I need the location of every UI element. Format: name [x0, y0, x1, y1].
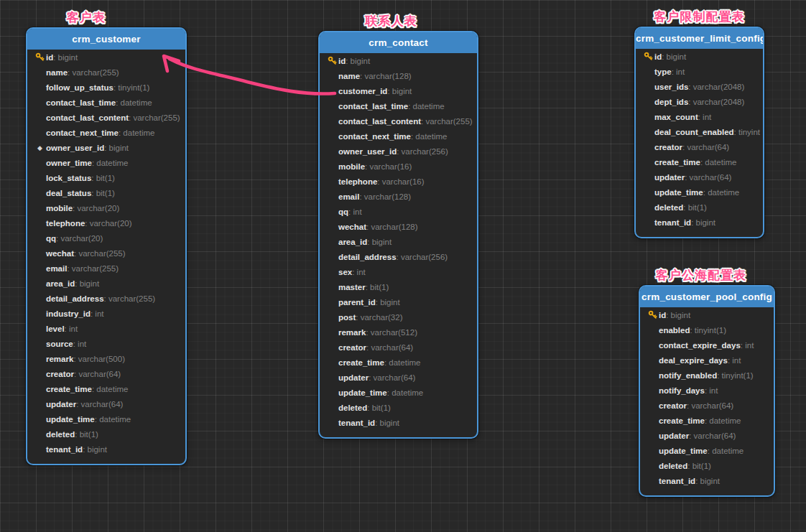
field-row-creator[interactable]: creator: varchar(64) [27, 366, 185, 381]
field-row-sex[interactable]: sex: int [320, 264, 477, 279]
field-row-contact_next_time[interactable]: contact_next_time: datetime [320, 129, 477, 144]
field-row-updater[interactable]: updater: varchar(64) [320, 370, 477, 385]
field-row-owner_time[interactable]: owner_time: datetime [27, 155, 185, 170]
table-annotation-label[interactable]: 联系人表 [312, 13, 470, 29]
field-icon-empty [34, 399, 46, 409]
field-row-area_id[interactable]: area_id: bigint [27, 276, 185, 291]
field-row-name[interactable]: name: varchar(255) [27, 65, 185, 80]
field-name: deal_expire_days [659, 356, 728, 365]
field-row-contact_expire_days[interactable]: contact_expire_days: int [640, 337, 774, 353]
field-row-updater[interactable]: updater: varchar(64) [27, 396, 185, 411]
field-row-follow_up_status[interactable]: follow_up_status: tinyint(1) [27, 80, 185, 95]
field-row-updater[interactable]: updater: varchar(64) [636, 169, 763, 185]
field-row-deleted[interactable]: deleted: bit(1) [27, 426, 185, 442]
table-title[interactable]: crm_customer [27, 29, 185, 50]
field-row-enabled[interactable]: enabled: tinyint(1) [640, 322, 774, 337]
field-row-contact_last_content[interactable]: contact_last_content: varchar(255) [320, 113, 477, 129]
field-row-tenant_id[interactable]: tenant_id: bigint [320, 415, 477, 430]
table-annotation-label[interactable]: 客户公海配置表 [634, 267, 768, 284]
field-row-owner_user_id[interactable]: ◆owner_user_id: bigint [27, 140, 185, 155]
field-row-id[interactable]: id: bigint [636, 49, 763, 64]
field-row-lock_status[interactable]: lock_status: bit(1) [27, 170, 185, 185]
table-title[interactable]: crm_contact [320, 32, 477, 53]
field-row-contact_last_content[interactable]: contact_last_content: varchar(255) [27, 110, 185, 125]
field-row-deal_status[interactable]: deal_status: bit(1) [27, 185, 185, 200]
table-crm-customer-pool-config[interactable]: 客户公海配置表 crm_customer_pool_config id: big… [639, 285, 775, 497]
field-row-telephone[interactable]: telephone: varchar(16) [320, 174, 477, 189]
field-row-tenant_id[interactable]: tenant_id: bigint [640, 473, 774, 488]
field-row-creator[interactable]: creator: varchar(64) [320, 340, 477, 355]
field-row-post[interactable]: post: varchar(32) [320, 309, 477, 325]
field-row-remark[interactable]: remark: varchar(500) [27, 351, 185, 366]
field-icon-empty [34, 233, 46, 243]
field-row-max_count[interactable]: max_count: int [636, 109, 763, 124]
field-row-deleted[interactable]: deleted: bit(1) [640, 458, 774, 473]
table-annotation-label[interactable]: 客户限制配置表 [636, 9, 763, 25]
table-title[interactable]: crm_customer_pool_config [640, 286, 774, 307]
field-row-telephone[interactable]: telephone: varchar(20) [27, 215, 185, 230]
field-row-updater[interactable]: updater: varchar(64) [640, 428, 774, 443]
field-row-update_time[interactable]: update_time: datetime [640, 443, 774, 458]
field-row-id[interactable]: id: bigint [640, 307, 774, 322]
field-row-email[interactable]: email: varchar(128) [320, 189, 477, 204]
field-name: name [338, 72, 360, 80]
field-row-industry_id[interactable]: industry_id: int [27, 306, 185, 321]
field-row-tenant_id[interactable]: tenant_id: bigint [636, 215, 763, 230]
field-row-update_time[interactable]: update_time: datetime [27, 411, 185, 426]
field-row-create_time[interactable]: create_time: datetime [636, 154, 763, 169]
field-row-detail_address[interactable]: detail_address: varchar(255) [27, 291, 185, 306]
field-row-creator[interactable]: creator: varchar(64) [640, 398, 774, 413]
table-annotation-label[interactable]: 客户表 [7, 9, 165, 26]
field-row-master[interactable]: master: bit(1) [320, 279, 477, 294]
table-title[interactable]: crm_customer_limit_config [636, 28, 763, 49]
field-row-contact_last_time[interactable]: contact_last_time: datetime [27, 95, 185, 110]
field-row-contact_next_time[interactable]: contact_next_time: datetime [27, 125, 185, 140]
field-name: remark [338, 328, 366, 337]
field-row-name[interactable]: name: varchar(128) [320, 68, 477, 83]
field-row-contact_last_time[interactable]: contact_last_time: datetime [320, 98, 477, 113]
field-row-dept_ids[interactable]: dept_ids: varchar(2048) [636, 94, 763, 109]
diagram-canvas[interactable]: 客户表 crm_customer id: bigintname: varchar… [0, 0, 806, 532]
field-row-level[interactable]: level: int [27, 321, 185, 336]
field-row-qq[interactable]: qq: varchar(20) [27, 230, 185, 246]
field-row-owner_user_id[interactable]: owner_user_id: varchar(256) [320, 144, 477, 159]
field-row-parent_id[interactable]: parent_id: bigint [320, 294, 477, 309]
table-crm-customer[interactable]: 客户表 crm_customer id: bigintname: varchar… [26, 27, 187, 465]
field-row-wechat[interactable]: wechat: varchar(128) [320, 219, 477, 234]
field-row-notify_days[interactable]: notify_days: int [640, 383, 774, 398]
field-row-update_time[interactable]: update_time: datetime [320, 385, 477, 400]
field-row-user_ids[interactable]: user_ids: varchar(2048) [636, 79, 763, 94]
field-row-notify_enabled[interactable]: notify_enabled: tinyint(1) [640, 368, 774, 383]
field-row-email[interactable]: email: varchar(255) [27, 261, 185, 276]
field-row-id[interactable]: id: bigint [320, 53, 477, 68]
field-name: lock_status [46, 174, 91, 182]
table-crm-contact[interactable]: 联系人表 crm_contact id: bigintname: varchar… [318, 31, 478, 439]
field-row-customer_id[interactable]: customer_id: bigint [320, 83, 477, 98]
field-row-type[interactable]: type: int [636, 64, 763, 79]
field-row-detail_address[interactable]: detail_address: varchar(256) [320, 249, 477, 264]
field-row-deleted[interactable]: deleted: bit(1) [320, 400, 477, 415]
field-row-id[interactable]: id: bigint [27, 50, 185, 65]
relation-line[interactable] [170, 59, 335, 94]
field-row-remark[interactable]: remark: varchar(512) [320, 325, 477, 340]
field-row-create_time[interactable]: create_time: datetime [640, 413, 774, 428]
field-type: : int [728, 356, 741, 365]
field-row-deleted[interactable]: deleted: bit(1) [636, 200, 763, 215]
field-row-mobile[interactable]: mobile: varchar(16) [320, 159, 477, 174]
field-icon-empty [642, 218, 654, 228]
table-crm-customer-limit-config[interactable]: 客户限制配置表 crm_customer_limit_config id: bi… [634, 27, 764, 238]
field-row-qq[interactable]: qq: int [320, 204, 477, 219]
field-row-wechat[interactable]: wechat: varchar(255) [27, 246, 185, 261]
field-row-deal_count_enabled[interactable]: deal_count_enabled: tinyint [636, 124, 763, 139]
field-row-tenant_id[interactable]: tenant_id: bigint [27, 442, 185, 457]
field-name: wechat [338, 223, 366, 231]
field-row-create_time[interactable]: create_time: datetime [27, 381, 185, 396]
field-row-update_time[interactable]: update_time: datetime [636, 185, 763, 200]
field-row-creator[interactable]: creator: varchar(64) [636, 139, 763, 154]
field-row-deal_expire_days[interactable]: deal_expire_days: int [640, 353, 774, 368]
field-row-create_time[interactable]: create_time: datetime [320, 355, 477, 370]
field-row-source[interactable]: source: int [27, 336, 185, 351]
field-row-mobile[interactable]: mobile: varchar(20) [27, 200, 185, 215]
field-row-area_id[interactable]: area_id: bigint [320, 234, 477, 249]
field-type: : bigint [387, 87, 412, 95]
